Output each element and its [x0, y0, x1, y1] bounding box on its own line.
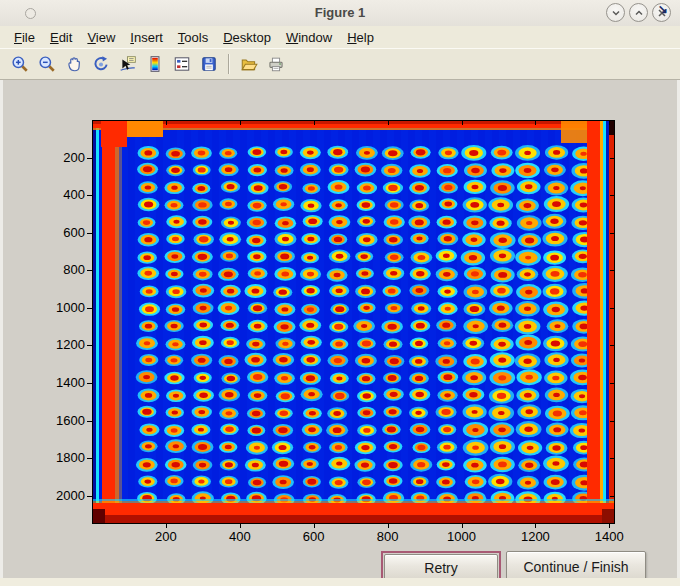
y-tick-label: 1800 [33, 451, 85, 465]
y-tick-mark [87, 270, 92, 271]
open-file-button[interactable] [237, 52, 261, 76]
legend-icon [173, 55, 191, 73]
save-icon [200, 55, 218, 73]
y-tick-mark [87, 383, 92, 384]
axes-plot-area[interactable] [92, 120, 615, 524]
window-title: Figure 1 [0, 0, 680, 26]
y-tick-label: 2000 [33, 489, 85, 503]
y-tick-label: 1200 [33, 338, 85, 352]
y-tick-label: 400 [33, 188, 85, 202]
x-tick-label: 200 [136, 530, 196, 544]
y-tick-mark-right [610, 308, 614, 309]
toolbar-separator [228, 54, 230, 74]
menu-file[interactable]: File [14, 30, 35, 45]
zoom-out-button[interactable] [35, 52, 59, 76]
insert-legend-button[interactable] [170, 52, 194, 76]
insert-colorbar-button[interactable] [143, 52, 167, 76]
x-tick-label: 1400 [579, 530, 639, 544]
y-tick-mark-right [610, 270, 614, 271]
menu-desktop[interactable]: Desktop [223, 30, 271, 45]
zoom-out-icon [38, 55, 56, 73]
microarray-image[interactable] [93, 121, 614, 523]
x-tick-label: 600 [284, 530, 344, 544]
y-tick-mark-right [610, 345, 614, 346]
data-cursor-button[interactable] [116, 52, 140, 76]
x-tick-label: 800 [358, 530, 418, 544]
y-tick-mark-right [610, 233, 614, 234]
y-tick-mark [87, 421, 92, 422]
dock-figure-icon[interactable]: ↘ [658, 2, 668, 16]
y-tick-mark [87, 345, 92, 346]
menu-insert[interactable]: Insert [130, 30, 163, 45]
shade-button[interactable] [606, 3, 625, 22]
colorbar-icon [146, 55, 164, 73]
y-tick-mark-right [610, 158, 614, 159]
y-tick-mark-right [610, 496, 614, 497]
y-tick-mark [87, 458, 92, 459]
x-tick-mark-top [535, 121, 536, 125]
retry-button[interactable]: Retry [384, 554, 498, 581]
x-tick-label: 400 [210, 530, 270, 544]
y-tick-label: 1000 [33, 301, 85, 315]
x-tick-mark-top [462, 121, 463, 125]
x-tick-mark-top [609, 121, 610, 125]
rotate-3d-button[interactable] [89, 52, 113, 76]
y-tick-label: 600 [33, 226, 85, 240]
x-tick-mark [535, 523, 536, 528]
window-border-bottom [0, 578, 680, 586]
save-figure-button[interactable] [197, 52, 221, 76]
menu-bar: FileEditViewInsertToolsDesktopWindowHelp [0, 26, 680, 48]
menu-window[interactable]: Window [286, 30, 332, 45]
menu-tools[interactable]: Tools [178, 30, 208, 45]
unshade-button[interactable] [629, 3, 648, 22]
x-tick-label: 1200 [505, 530, 565, 544]
x-tick-mark-top [314, 121, 315, 125]
x-tick-mark-top [166, 121, 167, 125]
titlebar[interactable]: Figure 1 [0, 0, 680, 27]
menu-edit[interactable]: Edit [50, 30, 72, 45]
toolbar [0, 48, 680, 80]
x-tick-label: 1000 [432, 530, 492, 544]
zoom-in-button[interactable] [8, 52, 32, 76]
printer-icon [267, 55, 285, 73]
y-tick-mark [87, 233, 92, 234]
y-tick-label: 1400 [33, 376, 85, 390]
y-tick-label: 1600 [33, 414, 85, 428]
x-tick-mark [609, 523, 610, 528]
rotate-3d-icon [92, 55, 110, 73]
open-folder-icon [240, 55, 258, 73]
y-tick-label: 800 [33, 263, 85, 277]
figure-window: Figure 1 FileEditViewInsertToolsDesktopW… [0, 0, 680, 586]
y-tick-mark-right [610, 383, 614, 384]
x-tick-mark [462, 523, 463, 528]
zoom-in-icon [11, 55, 29, 73]
x-tick-mark [240, 523, 241, 528]
x-tick-mark-top [388, 121, 389, 125]
y-tick-label: 200 [33, 151, 85, 165]
chevron-down-icon [610, 7, 622, 19]
y-tick-mark [87, 496, 92, 497]
y-tick-mark [87, 195, 92, 196]
menu-view[interactable]: View [87, 30, 115, 45]
x-tick-mark-top [240, 121, 241, 125]
y-tick-mark [87, 308, 92, 309]
pan-button[interactable] [62, 52, 86, 76]
pan-hand-icon [65, 55, 83, 73]
y-tick-mark [87, 158, 92, 159]
print-figure-button[interactable] [264, 52, 288, 76]
figure-canvas: Retry Continue / Finish 2004006008001000… [3, 80, 677, 578]
x-tick-mark [166, 523, 167, 528]
window-border-left [0, 80, 3, 578]
menu-help[interactable]: Help [347, 30, 374, 45]
chevron-up-icon [633, 7, 645, 19]
x-tick-mark [388, 523, 389, 528]
y-tick-mark-right [610, 195, 614, 196]
y-tick-mark-right [610, 458, 614, 459]
data-cursor-icon [119, 55, 137, 73]
y-tick-mark-right [610, 421, 614, 422]
x-tick-mark [314, 523, 315, 528]
